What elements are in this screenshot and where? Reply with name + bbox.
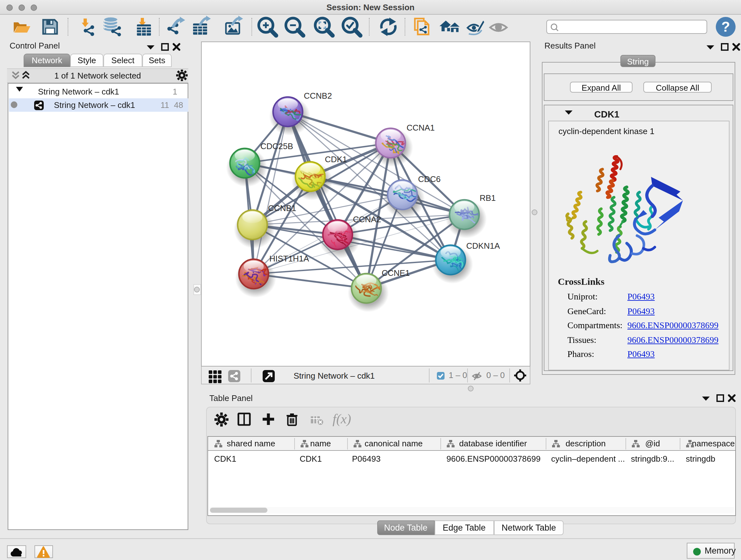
svg-text:CCNE1: CCNE1 [382,268,410,277]
svg-text:?: ? [722,19,730,35]
svg-text:CCNB1: CCNB1 [268,203,296,212]
svg-text:CCNA2: CCNA2 [353,214,381,224]
svg-text:CDKN1A: CDKN1A [466,241,500,250]
svg-text:CDC6: CDC6 [418,174,441,184]
svg-text:CDK1: CDK1 [325,154,347,164]
svg-text:HIST1H1A: HIST1H1A [269,253,309,263]
svg-text:RB1: RB1 [480,193,496,202]
svg-text:CCNA1: CCNA1 [407,123,434,132]
svg-text:CCNB2: CCNB2 [304,91,332,100]
svg-text:CDC25B: CDC25B [260,141,293,151]
